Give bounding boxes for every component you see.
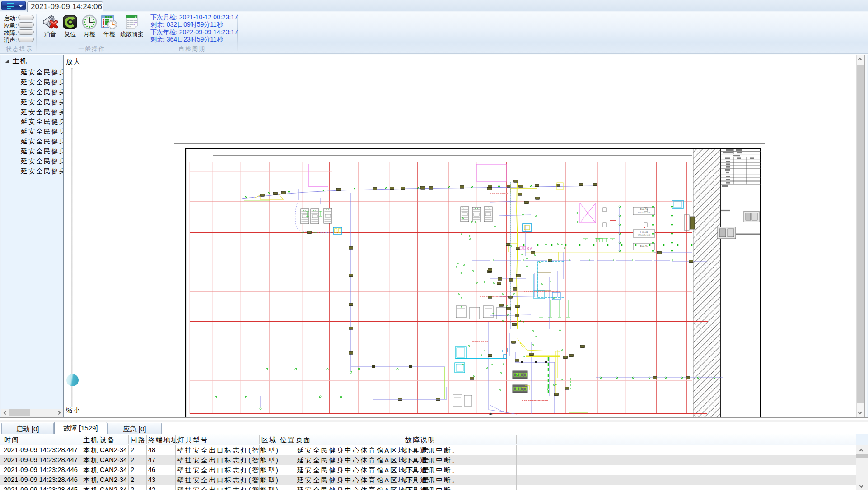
- svg-text:F-AL-3b: F-AL-3b: [640, 245, 648, 248]
- svg-text:0 A: 0 A: [527, 247, 532, 250]
